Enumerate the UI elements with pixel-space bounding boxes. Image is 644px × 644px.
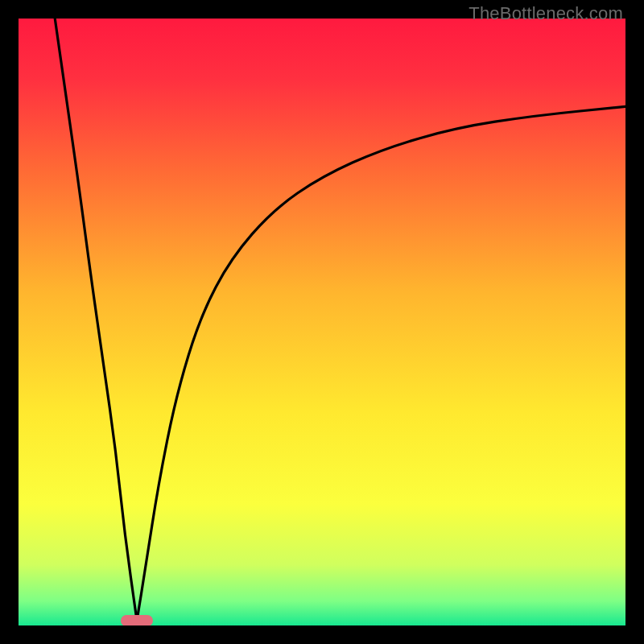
plot-area — [19, 19, 625, 625]
curve-layer — [19, 19, 625, 625]
watermark-text: TheBottleneck.com — [469, 3, 623, 24]
curve-left-branch — [55, 19, 137, 621]
curve-right-branch — [137, 106, 625, 621]
min-marker — [121, 615, 153, 625]
chart-frame: TheBottleneck.com — [0, 0, 644, 644]
